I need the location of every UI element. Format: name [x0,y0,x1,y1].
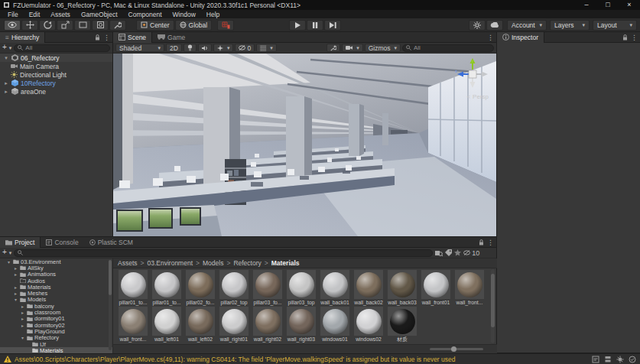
project-search-input[interactable] [14,249,433,257]
project-menu-icon[interactable] [487,239,494,246]
lock-icon[interactable] [622,34,628,41]
close-button[interactable]: × [619,0,640,10]
menu-edit[interactable]: Edit [24,11,46,18]
material-item[interactable]: wall_left02 [184,307,217,343]
material-item[interactable]: windows01 [318,307,352,343]
menu-file[interactable]: File [2,11,24,18]
material-item[interactable]: pillar01_to... [150,270,184,307]
transform-tool-button[interactable] [92,20,109,31]
inspector-menu-icon[interactable] [631,34,638,41]
cloud-collab-button[interactable] [486,20,503,31]
status-message[interactable]: Assets\00.Scripts\Characters\Player\Play… [15,356,456,363]
material-item[interactable]: wall_right03 [284,307,318,343]
tree-item-animations[interactable]: ▸Animations [0,271,112,278]
menu-help[interactable]: Help [201,11,225,18]
scene-audio-button[interactable] [198,44,212,52]
material-item[interactable]: 材质 [385,307,419,343]
scene-search-input[interactable]: All [402,44,494,52]
maximize-button[interactable]: □ [597,0,619,10]
rotate-tool-button[interactable] [39,20,56,31]
material-item[interactable]: wall_front... [116,307,150,343]
project-add-button[interactable]: + [2,249,11,257]
hierarchy-search-input[interactable]: All [14,44,110,52]
material-item[interactable]: wall_front01 [419,270,453,307]
projection-mode[interactable]: < Persp [466,93,489,100]
shading-mode-dropdown[interactable]: Shaded [115,44,164,52]
gizmo-cube[interactable] [469,70,476,78]
material-item[interactable]: wall_right02 [251,307,284,343]
tree-item-audios[interactable]: Audios [0,278,112,284]
play-button[interactable] [289,20,306,31]
tab-inspector[interactable]: Inspector [497,32,544,43]
tree-item-03environment[interactable]: ▾03.Environment [0,258,112,265]
search-by-type-icon[interactable] [435,249,443,256]
pause-button[interactable] [307,20,323,31]
layout-dropdown[interactable]: Layout [593,20,637,31]
hierarchy-item-10refectory[interactable]: ▸ 10Refectory [0,79,112,87]
material-item[interactable]: wall_front... [453,270,486,307]
tool-settings-button[interactable] [326,44,340,52]
material-item[interactable]: wall_back01 [318,270,352,307]
layers-dropdown[interactable]: Layers [550,20,590,31]
expand-arrow-icon[interactable]: ▸ [3,80,9,86]
tree-scrollbar[interactable] [109,260,112,350]
breadcrumb-models[interactable]: Models [203,259,223,267]
tree-item-models[interactable]: ▾Models [0,297,112,303]
breadcrumb-materials[interactable]: Materials [271,259,300,267]
hierarchy-add-button[interactable]: + [2,44,11,52]
material-item[interactable]: pillar02_top [217,270,251,307]
lock-icon[interactable] [479,239,484,245]
menu-window[interactable]: Window [167,11,201,18]
material-item[interactable]: pillar03_fo... [251,270,284,307]
scene-menu-icon[interactable] [487,34,494,41]
scene-lighting-button[interactable] [184,44,197,52]
scene-effects-dropdown[interactable] [213,44,234,52]
move-tool-button[interactable] [21,20,38,31]
view-tool-button[interactable] [4,20,21,31]
progress-status-icon[interactable] [629,356,636,363]
tab-game[interactable]: Game [152,32,190,43]
lock-icon[interactable] [95,34,100,41]
material-item[interactable]: wall_left01 [150,307,184,343]
scene-grid-dropdown[interactable] [256,44,277,52]
2d-toggle-button[interactable]: 2D [166,44,182,52]
collapse-arrow-icon[interactable]: ▾ [3,55,9,61]
tab-project[interactable]: Project [0,237,41,248]
search-by-label-icon[interactable] [445,249,452,256]
grid-snap-button[interactable] [217,20,234,31]
services-button[interactable] [469,20,486,31]
scale-tool-button[interactable] [57,20,73,31]
orientation-gizmo[interactable]: y z [455,57,490,92]
hierarchy-menu-icon[interactable] [103,34,110,41]
hidden-packages-toggle[interactable]: 10 [463,249,479,257]
cache-server-icon[interactable] [604,356,612,363]
custom-tool-button[interactable] [109,20,126,31]
console-activity-icon[interactable] [592,356,599,363]
account-dropdown[interactable]: Account [507,20,547,31]
tab-plastic-scm[interactable]: Plastic SCM [84,237,138,248]
tab-console[interactable]: Console [41,237,83,248]
grid-scrollbar[interactable] [491,269,495,343]
expand-arrow-icon[interactable]: ▸ [3,89,9,95]
code-optimization-icon[interactable] [616,356,624,363]
material-item[interactable]: windows02 [352,307,385,343]
gizmos-dropdown[interactable]: Gizmos [365,44,401,52]
breadcrumb-refectory[interactable]: Refectory [233,259,261,267]
orientation-toggle-button[interactable]: Global [175,20,213,31]
step-button[interactable] [324,20,341,31]
hierarchy-item-areaone[interactable]: ▸ areaOne [0,87,112,96]
material-item[interactable]: pillar01_to... [116,270,150,307]
menu-assets[interactable]: Assets [45,11,76,18]
pivot-toggle-button[interactable]: Center [136,20,174,31]
material-item[interactable]: wall_right01 [217,307,251,343]
minimize-button[interactable]: – [576,0,597,10]
hierarchy-item-main-camera[interactable]: Main Camera [0,62,112,70]
tree-item-refectory[interactable]: ▾Refectory [0,335,112,341]
tree-item-allsky[interactable]: ▸AllSky [0,265,112,271]
tab-hierarchy[interactable]: ≡ Hierarchy [0,32,45,43]
tree-item-materials-selected[interactable]: Materials [0,347,112,353]
menu-component[interactable]: Component [123,11,167,18]
breadcrumb-environment[interactable]: 03.Environment [147,259,193,267]
thumbnail-size-slider[interactable] [430,348,483,350]
material-item[interactable]: pillar02_fo... [184,270,217,307]
